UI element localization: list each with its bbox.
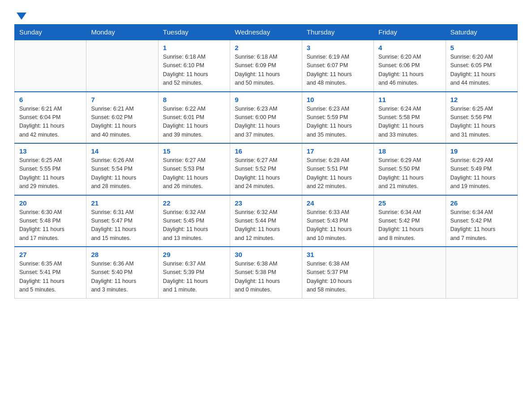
calendar-header-monday: Monday xyxy=(86,25,158,40)
day-number: 2 xyxy=(235,44,297,51)
calendar-header-saturday: Saturday xyxy=(446,25,517,40)
day-number: 29 xyxy=(163,251,225,258)
calendar-cell: 3Sunrise: 6:19 AMSunset: 6:07 PMDaylight… xyxy=(302,40,373,92)
day-info: Sunrise: 6:21 AMSunset: 6:04 PMDaylight:… xyxy=(19,105,82,140)
day-info: Sunrise: 6:32 AMSunset: 5:45 PMDaylight:… xyxy=(163,208,225,243)
day-info: Sunrise: 6:34 AMSunset: 5:42 PMDaylight:… xyxy=(450,208,513,243)
calendar-cell: 23Sunrise: 6:32 AMSunset: 5:44 PMDayligh… xyxy=(230,195,302,247)
day-number: 12 xyxy=(450,96,513,103)
day-info: Sunrise: 6:32 AMSunset: 5:44 PMDaylight:… xyxy=(235,208,297,243)
day-info: Sunrise: 6:27 AMSunset: 5:53 PMDaylight:… xyxy=(163,156,225,191)
day-number: 18 xyxy=(378,147,441,155)
calendar-cell: 29Sunrise: 6:37 AMSunset: 5:39 PMDayligh… xyxy=(158,247,230,298)
calendar-cell: 27Sunrise: 6:35 AMSunset: 5:41 PMDayligh… xyxy=(15,247,86,298)
day-info: Sunrise: 6:28 AMSunset: 5:51 PMDaylight:… xyxy=(307,156,369,191)
day-info: Sunrise: 6:20 AMSunset: 6:06 PMDaylight:… xyxy=(378,53,441,88)
day-info: Sunrise: 6:18 AMSunset: 6:10 PMDaylight:… xyxy=(163,53,225,88)
day-number: 21 xyxy=(91,199,153,207)
day-info: Sunrise: 6:22 AMSunset: 6:01 PMDaylight:… xyxy=(163,105,225,140)
day-number: 7 xyxy=(91,96,153,103)
calendar-week-3: 13Sunrise: 6:25 AMSunset: 5:55 PMDayligh… xyxy=(15,143,518,195)
calendar-week-4: 20Sunrise: 6:30 AMSunset: 5:48 PMDayligh… xyxy=(15,195,518,247)
calendar-cell xyxy=(86,40,158,92)
day-number: 5 xyxy=(450,44,513,51)
calendar-week-5: 27Sunrise: 6:35 AMSunset: 5:41 PMDayligh… xyxy=(15,247,518,298)
calendar-cell: 17Sunrise: 6:28 AMSunset: 5:51 PMDayligh… xyxy=(302,143,373,195)
day-number: 30 xyxy=(235,251,297,258)
calendar-header-tuesday: Tuesday xyxy=(158,25,230,40)
calendar-header-wednesday: Wednesday xyxy=(230,25,302,40)
calendar-cell: 6Sunrise: 6:21 AMSunset: 6:04 PMDaylight… xyxy=(15,92,86,144)
day-number: 25 xyxy=(378,199,441,207)
day-info: Sunrise: 6:26 AMSunset: 5:54 PMDaylight:… xyxy=(91,156,153,191)
calendar-cell xyxy=(15,40,86,92)
calendar-cell: 1Sunrise: 6:18 AMSunset: 6:10 PMDaylight… xyxy=(158,40,230,92)
calendar-cell: 31Sunrise: 6:38 AMSunset: 5:37 PMDayligh… xyxy=(302,247,373,298)
day-number: 1 xyxy=(163,44,225,51)
calendar-cell: 20Sunrise: 6:30 AMSunset: 5:48 PMDayligh… xyxy=(15,195,86,247)
day-info: Sunrise: 6:29 AMSunset: 5:50 PMDaylight:… xyxy=(378,156,441,191)
day-info: Sunrise: 6:25 AMSunset: 5:55 PMDaylight:… xyxy=(19,156,82,191)
calendar-cell: 15Sunrise: 6:27 AMSunset: 5:53 PMDayligh… xyxy=(158,143,230,195)
day-info: Sunrise: 6:20 AMSunset: 6:05 PMDaylight:… xyxy=(450,53,513,88)
calendar-cell: 22Sunrise: 6:32 AMSunset: 5:45 PMDayligh… xyxy=(158,195,230,247)
calendar-cell: 24Sunrise: 6:33 AMSunset: 5:43 PMDayligh… xyxy=(302,195,373,247)
day-info: Sunrise: 6:38 AMSunset: 5:38 PMDaylight:… xyxy=(235,260,297,295)
calendar-cell: 8Sunrise: 6:22 AMSunset: 6:01 PMDaylight… xyxy=(158,92,230,144)
calendar-cell: 21Sunrise: 6:31 AMSunset: 5:47 PMDayligh… xyxy=(86,195,158,247)
day-info: Sunrise: 6:33 AMSunset: 5:43 PMDaylight:… xyxy=(307,208,369,243)
calendar-table: SundayMondayTuesdayWednesdayThursdayFrid… xyxy=(14,24,518,299)
calendar-cell: 7Sunrise: 6:21 AMSunset: 6:02 PMDaylight… xyxy=(86,92,158,144)
logo xyxy=(14,11,26,19)
calendar-cell: 5Sunrise: 6:20 AMSunset: 6:05 PMDaylight… xyxy=(446,40,517,92)
day-number: 22 xyxy=(163,199,225,207)
day-info: Sunrise: 6:36 AMSunset: 5:40 PMDaylight:… xyxy=(91,260,153,295)
day-info: Sunrise: 6:35 AMSunset: 5:41 PMDaylight:… xyxy=(19,260,82,295)
day-number: 23 xyxy=(235,199,297,207)
day-info: Sunrise: 6:37 AMSunset: 5:39 PMDaylight:… xyxy=(163,260,225,295)
calendar-cell: 11Sunrise: 6:24 AMSunset: 5:58 PMDayligh… xyxy=(374,92,446,144)
calendar-cell: 10Sunrise: 6:23 AMSunset: 5:59 PMDayligh… xyxy=(302,92,373,144)
day-info: Sunrise: 6:31 AMSunset: 5:47 PMDaylight:… xyxy=(91,208,153,243)
day-number: 27 xyxy=(19,251,82,258)
day-number: 26 xyxy=(450,199,513,207)
calendar-cell: 16Sunrise: 6:27 AMSunset: 5:52 PMDayligh… xyxy=(230,143,302,195)
day-number: 16 xyxy=(235,147,297,155)
calendar-header-row: SundayMondayTuesdayWednesdayThursdayFrid… xyxy=(15,25,518,40)
day-number: 6 xyxy=(19,96,82,103)
day-number: 9 xyxy=(235,96,297,103)
calendar-cell: 2Sunrise: 6:18 AMSunset: 6:09 PMDaylight… xyxy=(230,40,302,92)
calendar-cell: 18Sunrise: 6:29 AMSunset: 5:50 PMDayligh… xyxy=(374,143,446,195)
day-number: 13 xyxy=(19,147,82,155)
day-info: Sunrise: 6:21 AMSunset: 6:02 PMDaylight:… xyxy=(91,105,153,140)
day-info: Sunrise: 6:24 AMSunset: 5:58 PMDaylight:… xyxy=(378,105,441,140)
day-number: 19 xyxy=(450,147,513,155)
day-number: 4 xyxy=(378,44,441,51)
day-number: 24 xyxy=(307,199,369,207)
day-number: 20 xyxy=(19,199,82,207)
calendar-header-thursday: Thursday xyxy=(302,25,373,40)
day-info: Sunrise: 6:19 AMSunset: 6:07 PMDaylight:… xyxy=(307,53,369,88)
calendar-cell: 14Sunrise: 6:26 AMSunset: 5:54 PMDayligh… xyxy=(86,143,158,195)
logo-triangle-icon xyxy=(17,12,26,21)
calendar-cell: 19Sunrise: 6:29 AMSunset: 5:49 PMDayligh… xyxy=(446,143,517,195)
calendar-cell: 12Sunrise: 6:25 AMSunset: 5:56 PMDayligh… xyxy=(446,92,517,144)
calendar-cell: 9Sunrise: 6:23 AMSunset: 6:00 PMDaylight… xyxy=(230,92,302,144)
svg-marker-0 xyxy=(17,13,26,20)
page-header xyxy=(14,11,518,19)
calendar-week-2: 6Sunrise: 6:21 AMSunset: 6:04 PMDaylight… xyxy=(15,92,518,144)
day-number: 10 xyxy=(307,96,369,103)
day-number: 17 xyxy=(307,147,369,155)
day-info: Sunrise: 6:29 AMSunset: 5:49 PMDaylight:… xyxy=(450,156,513,191)
day-number: 11 xyxy=(378,96,441,103)
day-number: 14 xyxy=(91,147,153,155)
day-info: Sunrise: 6:27 AMSunset: 5:52 PMDaylight:… xyxy=(235,156,297,191)
calendar-cell: 25Sunrise: 6:34 AMSunset: 5:42 PMDayligh… xyxy=(374,195,446,247)
day-number: 28 xyxy=(91,251,153,258)
calendar-cell: 30Sunrise: 6:38 AMSunset: 5:38 PMDayligh… xyxy=(230,247,302,298)
day-number: 31 xyxy=(307,251,369,258)
calendar-cell: 4Sunrise: 6:20 AMSunset: 6:06 PMDaylight… xyxy=(374,40,446,92)
day-number: 15 xyxy=(163,147,225,155)
calendar-week-1: 1Sunrise: 6:18 AMSunset: 6:10 PMDaylight… xyxy=(15,40,518,92)
calendar-cell: 28Sunrise: 6:36 AMSunset: 5:40 PMDayligh… xyxy=(86,247,158,298)
